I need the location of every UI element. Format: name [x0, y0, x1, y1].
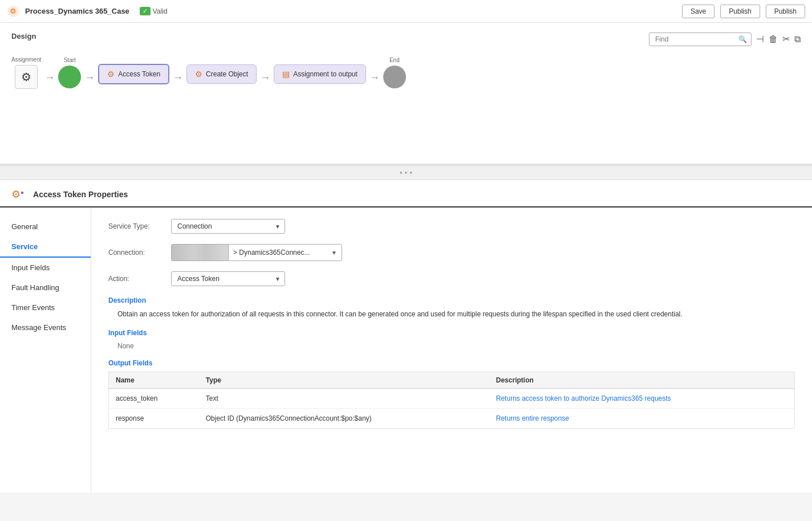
back-to-start-icon[interactable]: ⊣ [756, 34, 764, 44]
flow-node-assignment-output[interactable]: ▤ Assignment to output [274, 62, 366, 84]
access-token-gear-icon: ⚙ [107, 70, 115, 79]
output-table: Name Type Description access_token Text … [108, 372, 795, 429]
publish-button-1[interactable]: Publish [720, 5, 760, 18]
assignment-output-rect[interactable]: ▤ Assignment to output [274, 64, 366, 84]
col-name-header: Name [109, 372, 199, 389]
publish-button-2[interactable]: Publish [766, 5, 805, 18]
connection-preview [172, 245, 229, 260]
sidebar-item-general[interactable]: General [0, 217, 91, 237]
row1-name: access_token [109, 389, 199, 409]
canvas-area: Design 🔍 ⊣ 🗑 ✂ ⧉ Assignment ⚙ → Start → [0, 23, 812, 165]
table-row: response Object ID (Dynamics365Connectio… [109, 409, 795, 429]
create-object-rect[interactable]: ⚙ Create Object [186, 64, 257, 84]
flow-node-assignment[interactable]: Assignment ⚙ [11, 56, 41, 89]
copy-icon[interactable]: ⧉ [794, 34, 801, 44]
service-type-select-wrapper: Connection ▼ [171, 219, 285, 234]
props-layout: General Service Input Fields Fault Handl… [0, 207, 812, 492]
row1-description: Returns access token to authorize Dynami… [489, 389, 795, 409]
connection-dropdown-icon[interactable]: ▼ [327, 247, 342, 258]
assignment-output-text: Assignment to output [293, 70, 358, 78]
assignment-output-icon: ▤ [282, 70, 290, 79]
row2-name: response [109, 409, 199, 429]
action-select-wrapper: Access Token ▼ [171, 271, 285, 286]
output-fields-section: Output Fields Name Type Description acce… [108, 359, 795, 429]
create-object-icon: ⚙ [195, 70, 202, 79]
props-header: ⚙ ● Access Token Properties [0, 180, 812, 207]
resize-handle[interactable]: • • • [0, 165, 812, 180]
sidebar-item-message-events[interactable]: Message Events [0, 318, 91, 337]
description-section: Description Obtain an access token for a… [108, 296, 795, 320]
cut-icon[interactable]: ✂ [782, 34, 790, 44]
flow-node-create-object[interactable]: ⚙ Create Object [186, 62, 257, 84]
save-button[interactable]: Save [682, 5, 714, 18]
col-description-header: Description [489, 372, 795, 389]
props-sidebar: General Service Input Fields Fault Handl… [0, 207, 91, 492]
design-label: Design [11, 32, 36, 40]
row2-type: Object ID (Dynamics365ConnectionAccount:… [199, 409, 489, 429]
node-assignment-label: Assignment [11, 56, 41, 63]
props-header-sub-icon: ● [21, 189, 24, 196]
create-object-text: Create Object [206, 70, 248, 78]
valid-check: ✓ [140, 7, 151, 15]
action-select[interactable]: Access Token [171, 271, 285, 286]
arrow-1: → [41, 72, 58, 84]
connection-label: Connection: [108, 249, 171, 257]
properties-panel: ⚙ ● Access Token Properties General Serv… [0, 180, 812, 492]
sidebar-item-service[interactable]: Service [0, 237, 91, 258]
action-row: Action: Access Token ▼ [108, 271, 795, 286]
action-control: Access Token ▼ [171, 271, 285, 286]
arrow-4: → [257, 72, 274, 84]
col-type-header: Type [199, 372, 489, 389]
process-title: Process_Dynamics 365_Case [25, 7, 129, 15]
row2-desc-text: Returns entire response [496, 414, 569, 422]
arrow-2: → [81, 72, 98, 84]
input-fields-title: Input Fields [108, 329, 795, 337]
flow-diagram: Assignment ⚙ → Start → ⚙ Access Token → … [11, 51, 801, 95]
sidebar-item-input-fields[interactable]: Input Fields [0, 258, 91, 278]
flow-node-start[interactable]: Start [58, 57, 81, 88]
output-table-header-row: Name Type Description [109, 372, 795, 389]
search-icon: 🔍 [738, 35, 747, 43]
output-fields-title: Output Fields [108, 359, 795, 367]
arrow-5: → [366, 72, 383, 84]
topbar: ⚙ Process_Dynamics 365_Case ✓ Valid Save… [0, 0, 812, 23]
resize-dots: • • • [400, 168, 412, 177]
service-type-row: Service Type: Connection ▼ [108, 219, 795, 234]
arrow-3: → [169, 72, 186, 84]
service-type-control: Connection ▼ [171, 219, 285, 234]
row1-desc-text: Returns access token to authorize Dynami… [496, 394, 671, 402]
description-text: Obtain an access token for authorization… [117, 309, 795, 320]
flow-node-end[interactable]: End [383, 57, 406, 88]
end-circle[interactable] [383, 66, 406, 88]
props-header-title: Access Token Properties [33, 190, 128, 199]
service-type-select[interactable]: Connection [171, 219, 285, 234]
sidebar-item-fault-handling[interactable]: Fault Handling [0, 278, 91, 298]
start-circle[interactable] [58, 66, 81, 88]
connection-field[interactable]: > Dynamics365Connec... ▼ [171, 244, 342, 261]
connection-text: > Dynamics365Connec... [229, 246, 327, 259]
access-token-rect[interactable]: ⚙ Access Token [98, 64, 169, 84]
props-content: Service Type: Connection ▼ Connection: [91, 207, 812, 492]
access-token-text: Access Token [118, 70, 160, 78]
flow-node-access-token[interactable]: ⚙ Access Token [98, 62, 169, 84]
row1-type: Text [199, 389, 489, 409]
valid-label: Valid [153, 7, 168, 15]
find-input[interactable] [649, 32, 752, 46]
connection-row: Connection: > Dynamics365Connec... ▼ [108, 244, 795, 261]
props-header-icon: ⚙ [11, 188, 21, 201]
input-fields-section: Input Fields None [108, 329, 795, 350]
action-label: Action: [108, 275, 171, 283]
node-start-label: Start [64, 57, 76, 63]
delete-icon[interactable]: 🗑 [769, 34, 778, 44]
assignment-gear-icon: ⚙ [21, 70, 31, 84]
app-logo-icon: ⚙ [7, 5, 19, 18]
sidebar-item-timer-events[interactable]: Timer Events [0, 298, 91, 318]
table-row: access_token Text Returns access token t… [109, 389, 795, 409]
connection-control: > Dynamics365Connec... ▼ [171, 244, 342, 261]
node-end-label: End [389, 57, 400, 63]
service-type-label: Service Type: [108, 222, 171, 230]
svg-text:⚙: ⚙ [10, 7, 17, 15]
row2-description: Returns entire response [489, 409, 795, 429]
description-title: Description [108, 296, 795, 304]
valid-badge: ✓ Valid [140, 7, 168, 15]
